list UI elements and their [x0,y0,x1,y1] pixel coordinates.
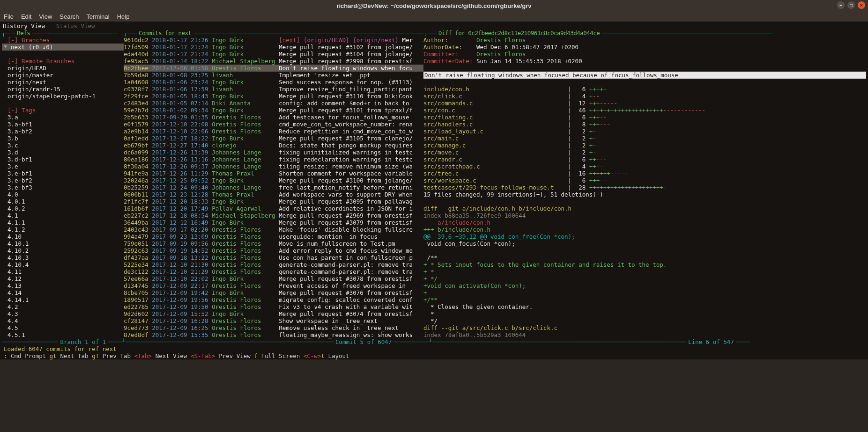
commit-row[interactable]: 994a479 2017-09-23 13:09 Orestis Floros … [124,233,423,240]
ref-remote[interactable]: origin/stapelberg-patch-1 [2,93,124,100]
menu-view[interactable]: View [39,13,52,20]
ref-tag[interactable]: 4.10.3 [2,254,124,261]
menu-help[interactable]: Help [117,13,130,20]
remote-branches-header[interactable]: Remote Branches [22,58,74,65]
commit-row[interactable]: 8f30a04 2017-12-26 09:37 Johannes Lange … [124,163,423,170]
menu-terminal[interactable]: Terminal [87,13,110,20]
ref-tag[interactable]: 4.0.1 [2,198,124,205]
diffstat-row: src/click.c | 4 +-- [423,93,866,100]
commit-row[interactable]: 59e2b7d 2018-01-02 09:34 Ingo Bürk Merge… [124,107,423,114]
commit-row[interactable]: eb679bf 2017-12-27 17:40 clonejo Docs: s… [124,142,423,149]
commit-row[interactable]: 0c2fbee 2017-12-06 01:58 Orestis Floros … [124,65,423,72]
menu-edit[interactable]: Edit [21,13,31,20]
ref-tag[interactable]: 4.3 [2,310,124,317]
commit-row[interactable]: 57ee66a 2017-12-10 22:02 Ingo Bürk Merge… [124,275,423,282]
menu-file[interactable]: File [4,13,14,20]
ref-tag[interactable]: 4.1 [2,212,124,219]
ref-tag[interactable]: 3.d-bf1 [2,156,124,163]
commit-row[interactable]: 0af1edd 2017-12-27 18:22 Ingo Bürk Merge… [124,135,423,142]
commit-row[interactable]: cf28147 2017-12-09 16:28 Orestis Floros … [124,317,423,324]
commit-row[interactable]: a2e9b14 2017-12-10 22:06 Orestis Floros … [124,128,423,135]
commit-row[interactable]: 36449ba 2017-12-12 16:49 Ingo Bürk Merge… [124,219,423,226]
commit-row[interactable]: 7b59da8 2018-01-08 23:25 livanh Implemen… [124,72,423,79]
ref-tag[interactable]: 3.e [2,163,124,170]
ref-tag[interactable]: 4.12 [2,275,124,282]
ref-tag[interactable]: 4.1.1 [2,219,124,226]
ref-tag[interactable]: 3.e-bf2 [2,177,124,184]
commit-row[interactable]: fe95ac5 2018-01-14 18:22 Michael Stapelb… [124,58,423,65]
ref-tag[interactable]: 4.5 [2,324,124,331]
commit-row[interactable]: e0f1579 2017-12-10 22:08 Orestis Floros … [124,121,423,128]
commit-row[interactable]: df437aa 2017-09-18 13:22 Orestis Floros … [124,254,423,261]
commit-row[interactable]: eb227c2 2017-12-18 08:54 Michael Stapelb… [124,212,423,219]
ref-remote[interactable]: origin/master [2,72,124,79]
menu-search[interactable]: Search [59,13,79,20]
ref-tag[interactable]: 4.10 [2,233,124,240]
ref-tag[interactable]: 4.13 [2,282,124,289]
commit-row[interactable]: d134745 2017-12-09 22:17 Orestis Floros … [124,282,423,289]
ref-tag[interactable]: 4.5.1 [2,331,124,338]
refs-pane: ┌───Refs────────────────────────── [-] B… [2,29,124,338]
commit-row[interactable]: 17fd509 2018-01-17 21:24 Ingo Bürk Merge… [124,44,423,51]
branches-header[interactable]: Branches [22,37,50,44]
window-minimize-icon[interactable]: – [837,1,845,9]
commit-row[interactable]: 1890517 2017-12-09 19:56 Orestis Floros … [124,296,423,303]
commit-row[interactable]: 941fe9a 2017-12-26 11:29 Thomas Praxl Sh… [124,170,423,177]
commit-row[interactable]: 2592c63 2017-09-19 14:52 Orestis Floros … [124,247,423,254]
ref-tag[interactable]: 3.d [2,149,124,156]
ref-tag[interactable]: 4.10.1 [2,240,124,247]
commit-row[interactable]: 2b5b633 2017-09-29 01:35 Orestis Floros … [124,114,423,121]
tab-status-view[interactable]: Status View [56,22,95,29]
commit-row[interactable]: 87ed8df 2017-12-09 15:35 Orestis Floros … [124,331,423,338]
tab-history-view[interactable]: History View [3,22,45,29]
commit-row[interactable]: 9610dc2 2018-01-17 21:26 Ingo Bürk [next… [124,37,423,44]
diff-line: + */ [423,275,866,282]
commit-row[interactable]: 2403c43 2017-09-17 02:20 Orestis Floros … [124,226,423,233]
window-close-icon[interactable]: × [858,1,865,9]
tags-header[interactable]: Tags [22,107,36,114]
ref-tag[interactable]: 3.e-bf1 [2,170,124,177]
ref-tag[interactable]: 4.10.2 [2,247,124,254]
diff-line: diff --git a/src/click.c b/src/click.c [423,324,866,331]
ref-remote[interactable]: origin/HEAD [2,65,124,72]
commit-row[interactable]: dc6a099 2017-12-26 13:39 Johannes Lange … [124,149,423,156]
ref-remote[interactable]: origin/randr-15 [2,86,124,93]
ref-tag[interactable]: 4.14 [2,289,124,296]
ref-tag[interactable]: 4.1.2 [2,226,124,233]
ref-tag[interactable]: 3.a-bf2 [2,128,124,135]
ref-tag[interactable]: 4.2 [2,303,124,310]
ref-tag[interactable]: 3.a [2,114,124,121]
commit-row[interactable]: ed22785 2017-12-09 19:50 Orestis Floros … [124,303,423,310]
commit-row[interactable]: 2f1fc7f 2017-12-20 18:33 Ingo Bürk Merge… [124,198,423,205]
commit-row[interactable]: 759e051 2017-09-19 09:56 Orestis Floros … [124,240,423,247]
commit-row[interactable]: 161db6f 2017-12-20 17:49 Pallav Agarwal … [124,205,423,212]
commit-row[interactable]: 0600b11 2017-12-23 12:28 Thomas Praxl Ad… [124,191,423,198]
ref-tag[interactable]: 3.a-bf1 [2,121,124,128]
ref-branch-selected[interactable]: next (↑0 ↓0) [2,44,124,51]
ref-tag[interactable]: 4.0 [2,191,124,198]
commit-row[interactable]: 1a04608 2018-01-06 23:24 Ingo Bürk Send … [124,79,423,86]
ref-tag[interactable]: 4.10.4 [2,261,124,268]
commit-row[interactable]: 9d2d602 2017-12-09 15:52 Ingo Bürk Merge… [124,310,423,317]
ref-remote[interactable]: origin/next [2,79,124,86]
ref-tag[interactable]: 4.0.2 [2,205,124,212]
commit-row[interactable]: 0b25259 2017-12-24 09:40 Johannes Lange … [124,184,423,191]
ref-tag[interactable]: 3.b [2,135,124,142]
commit-row[interactable]: de3c122 2017-12-10 21:29 Orestis Floros … [124,268,423,275]
commit-row[interactable]: 2f29fce 2018-01-05 18:43 Ingo Bürk Merge… [124,93,423,100]
commit-row[interactable]: 9ced773 2017-12-09 16:25 Orestis Floros … [124,324,423,331]
commit-row[interactable]: c0378f7 2018-01-06 17:59 livanh Improve … [124,86,423,93]
ref-tag[interactable]: 4.4 [2,317,124,324]
commit-row[interactable]: 5225e34 2017-12-10 21:30 Orestis Floros … [124,261,423,268]
ref-tag[interactable]: 4.11 [2,268,124,275]
commit-row[interactable]: 8cbe705 2017-12-09 19:42 Ingo Bürk Merge… [124,289,423,296]
window-maximize-icon[interactable]: □ [847,1,855,9]
ref-tag[interactable]: 3.e-bf3 [2,184,124,191]
diff-line: /** [423,254,866,261]
commit-row[interactable]: 320246a 2017-12-25 09:52 Ingo Bürk Merge… [124,177,423,184]
ref-tag[interactable]: 4.14.1 [2,296,124,303]
ref-tag[interactable]: 3.c [2,142,124,149]
commit-row[interactable]: 80ea186 2017-12-26 13:16 Johannes Lange … [124,156,423,163]
commit-row[interactable]: c2483e4 2018-01-05 07:14 Diki Ananta con… [124,100,423,107]
commit-row[interactable]: eda440d 2018-01-17 21:24 Ingo Bürk Merge… [124,51,423,58]
